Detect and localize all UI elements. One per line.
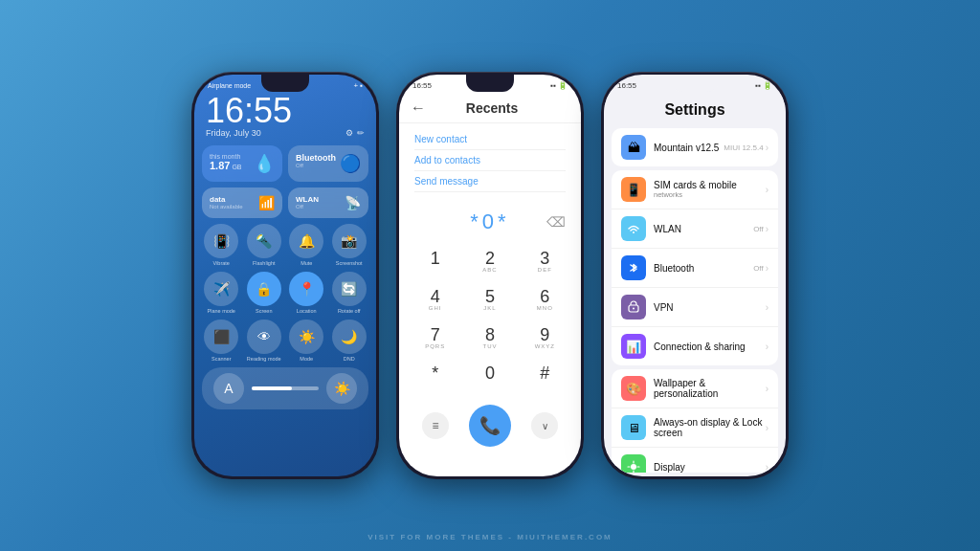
flashlight-btn[interactable]: 🔦 Flashlight bbox=[245, 224, 284, 266]
wallpaper-chevron: › bbox=[766, 384, 768, 394]
dnd-icon: 🌙 bbox=[341, 329, 357, 344]
data-tile[interactable]: this month 1.87 GB 💧 bbox=[202, 145, 282, 182]
settings-item-aod[interactable]: 🖥 Always-on display & Lock screen › bbox=[612, 408, 778, 448]
settings-section-personalization: 🎨 Wallpaper & personalization › 🖥 Always… bbox=[612, 369, 778, 473]
notch-1 bbox=[261, 75, 309, 92]
mode-icon: ☀️ bbox=[299, 329, 315, 344]
key-6[interactable]: 6 MNO bbox=[519, 282, 571, 319]
dialpad-menu-btn[interactable]: ≡ bbox=[422, 412, 449, 439]
screenshot-icon: 📸 bbox=[341, 233, 357, 249]
recents-title: Recents bbox=[434, 100, 569, 116]
settings-item-bluetooth[interactable]: Bluetooth Off › bbox=[612, 249, 778, 288]
key-hash[interactable]: # bbox=[519, 359, 571, 395]
rotate-btn[interactable]: 🔄 Rotate off bbox=[330, 272, 369, 314]
vpn-chevron: › bbox=[766, 302, 768, 313]
mountain-value: MIUI 12.5.4 bbox=[724, 143, 763, 152]
wlan-status: Off bbox=[753, 225, 764, 233]
mountain-name: Mountain v12.5 bbox=[654, 143, 724, 153]
data-tile-2[interactable]: data Not available 📶 bbox=[202, 187, 282, 218]
data-tile-value: 1.87 bbox=[210, 160, 230, 171]
expand-icon: ∨ bbox=[542, 421, 548, 431]
expand-btn[interactable]: ∨ bbox=[531, 412, 558, 439]
rotate-label: Rotate off bbox=[338, 308, 361, 314]
reading-btn[interactable]: 👁 Reading mode bbox=[245, 320, 284, 362]
location-btn[interactable]: 📍 Location bbox=[287, 272, 326, 314]
vibrate-btn[interactable]: 📳 Vibrate bbox=[202, 224, 241, 266]
wlan-tile[interactable]: WLAN Off 📡 bbox=[288, 187, 368, 218]
mode-btn[interactable]: ☀️ Mode bbox=[287, 320, 326, 362]
key-8[interactable]: 8 TUV bbox=[463, 320, 516, 357]
airplane-icon: ✈️ bbox=[213, 281, 230, 297]
key-0[interactable]: 0 bbox=[463, 359, 516, 395]
dnd-btn[interactable]: 🌙 DND bbox=[330, 320, 369, 362]
assistant-icon: A bbox=[224, 381, 233, 396]
aod-chevron: › bbox=[766, 423, 768, 433]
key-7[interactable]: 7 PQRS bbox=[409, 320, 461, 357]
assistant-btn[interactable]: A bbox=[213, 373, 244, 404]
key-2[interactable]: 2 ABC bbox=[463, 244, 516, 280]
new-contact-btn[interactable]: New contact bbox=[414, 129, 566, 150]
wlan-label: WLAN bbox=[296, 195, 319, 204]
edit-icon-cc[interactable]: ✏ bbox=[357, 128, 365, 138]
send-message-btn[interactable]: Send message bbox=[414, 171, 566, 192]
phone-3: 16:55 ▪▪ 🔋 Settings 🏔 Mountain v12.5 MIU… bbox=[601, 72, 789, 479]
settings-item-connection-sharing[interactable]: 📊 Connection & sharing › bbox=[612, 327, 778, 365]
key-9-alpha: WXYZ bbox=[535, 343, 555, 351]
screenshot-btn[interactable]: 📸 Screenshot bbox=[330, 224, 369, 266]
svg-point-2 bbox=[633, 308, 635, 310]
key-star[interactable]: * bbox=[409, 359, 461, 395]
wlan-icon bbox=[621, 216, 646, 241]
key-1[interactable]: 1 bbox=[409, 244, 461, 280]
brightness-btn[interactable]: ☀️ bbox=[326, 373, 357, 404]
data-label-2: data bbox=[210, 195, 243, 204]
vpn-name: VPN bbox=[654, 302, 766, 313]
lock-screen-btn[interactable]: 🔒 Screen bbox=[245, 272, 284, 314]
brightness-slider[interactable] bbox=[252, 386, 319, 390]
cc-time: 16:55 bbox=[194, 94, 376, 128]
cc-tiles-row1: this month 1.87 GB 💧 Bluetooth Off � bbox=[194, 145, 376, 187]
key-4[interactable]: 4 GHI bbox=[409, 282, 461, 319]
settings-item-vpn[interactable]: VPN › bbox=[612, 288, 778, 327]
svg-point-3 bbox=[631, 464, 636, 470]
settings-item-wallpaper[interactable]: 🎨 Wallpaper & personalization › bbox=[612, 369, 778, 408]
call-btn[interactable]: 📞 bbox=[469, 405, 511, 447]
data-tile-label: this month bbox=[210, 153, 242, 160]
notch-3 bbox=[671, 75, 719, 92]
mountain-right: MIUI 12.5.4 › bbox=[724, 143, 768, 153]
key-9[interactable]: 9 WXYZ bbox=[519, 320, 571, 357]
settings-item-mountain[interactable]: 🏔 Mountain v12.5 MIUI 12.5.4 › bbox=[612, 128, 778, 166]
display-icon bbox=[621, 454, 646, 473]
airplane-btn[interactable]: ✈️ Plane mode bbox=[202, 272, 241, 314]
mountain-icon: 🏔 bbox=[621, 135, 646, 160]
wlan-sub: Off bbox=[296, 204, 319, 209]
key-hash-num: # bbox=[540, 364, 549, 382]
back-btn[interactable]: ← bbox=[411, 99, 426, 117]
key-9-num: 9 bbox=[540, 326, 549, 343]
bt-tile[interactable]: Bluetooth Off 🔵 bbox=[288, 145, 368, 182]
settings-item-sim[interactable]: 📱 SIM cards & mobile networks › bbox=[612, 170, 778, 209]
sim-icon: 📱 bbox=[621, 177, 646, 202]
scanner-icon: ⬛ bbox=[213, 329, 230, 344]
mode-label: Mode bbox=[300, 356, 313, 362]
key-5-num: 5 bbox=[485, 288, 495, 305]
mute-btn[interactable]: 🔔 Mute bbox=[287, 224, 326, 266]
wallpaper-text: Wallpaper & personalization bbox=[654, 378, 766, 399]
settings-item-display[interactable]: Display › bbox=[612, 448, 778, 473]
mute-icon: 🔔 bbox=[299, 233, 315, 249]
settings-icon-cc[interactable]: ⚙ bbox=[345, 128, 353, 138]
battery-icon-3: 🔋 bbox=[763, 81, 772, 90]
vpn-text: VPN bbox=[654, 302, 766, 313]
key-3[interactable]: 3 DEF bbox=[519, 244, 571, 280]
key-5[interactable]: 5 JKL bbox=[463, 282, 516, 319]
scanner-btn[interactable]: ⬛ Scanner bbox=[202, 320, 241, 362]
mountain-text: Mountain v12.5 bbox=[654, 143, 724, 153]
vibrate-icon: 📳 bbox=[213, 233, 230, 249]
settings-item-wlan[interactable]: WLAN Off › bbox=[612, 209, 778, 249]
add-to-contacts-btn[interactable]: Add to contacts bbox=[414, 150, 566, 171]
key-0-num: 0 bbox=[485, 364, 495, 382]
phone-1: Airplane mode + ▪ 16:55 Friday, July 30 … bbox=[191, 72, 379, 479]
cc-date-text: Friday, July 30 bbox=[206, 128, 261, 138]
phone-2: 16:55 ▪▪ 🔋 ← Recents New contact Add to … bbox=[396, 72, 584, 479]
key-4-num: 4 bbox=[431, 288, 440, 305]
delete-btn[interactable]: ⌫ bbox=[546, 214, 566, 230]
